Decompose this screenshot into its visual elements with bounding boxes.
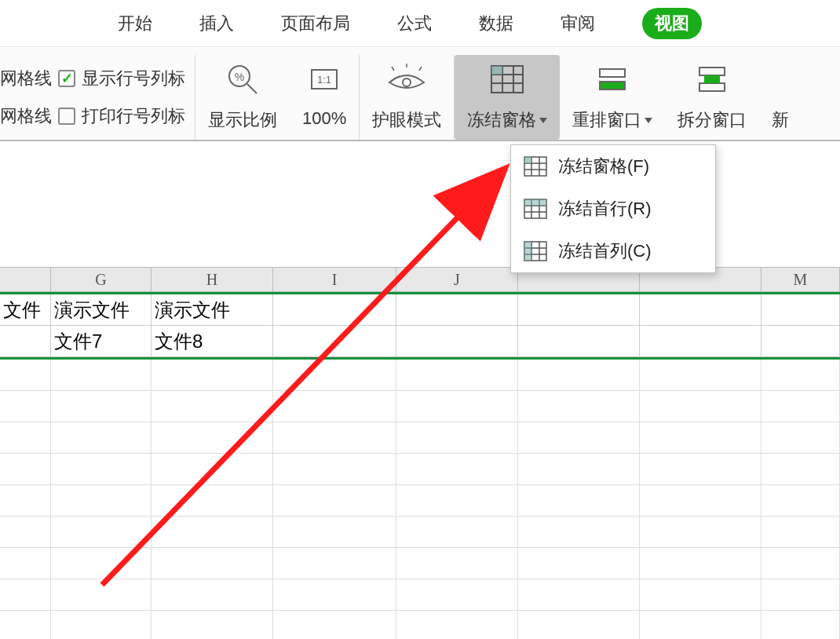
cell[interactable] xyxy=(640,579,761,611)
cell[interactable] xyxy=(152,548,273,579)
cell[interactable] xyxy=(640,454,761,485)
split-window-button[interactable]: 拆分窗口 xyxy=(665,55,759,140)
tab-view[interactable]: 视图 xyxy=(642,8,702,39)
cell[interactable]: 文件8 xyxy=(152,326,273,357)
cell[interactable] xyxy=(761,611,840,639)
cell[interactable] xyxy=(761,422,840,454)
cell[interactable] xyxy=(51,548,152,579)
tab-layout[interactable]: 页面布局 xyxy=(281,12,350,35)
cell[interactable] xyxy=(761,548,840,579)
tab-data[interactable]: 数据 xyxy=(479,12,513,35)
cell[interactable] xyxy=(518,422,640,454)
freeze-panes-button[interactable]: 冻结窗格 xyxy=(455,55,560,140)
cell[interactable] xyxy=(0,454,51,485)
cell[interactable] xyxy=(518,360,640,391)
arrange-windows-button[interactable]: 重排窗口 xyxy=(560,55,665,140)
freeze-panes-item[interactable]: 冻结窗格(F) xyxy=(511,145,715,188)
cell[interactable] xyxy=(518,294,640,326)
cell[interactable] xyxy=(0,422,51,454)
cell[interactable] xyxy=(152,579,273,611)
cell[interactable] xyxy=(518,517,640,548)
cell[interactable] xyxy=(51,517,152,548)
cell[interactable] xyxy=(640,422,761,454)
cell[interactable] xyxy=(396,548,518,579)
cell[interactable] xyxy=(51,360,152,391)
col-header-J[interactable]: J xyxy=(396,268,518,291)
cell[interactable] xyxy=(396,517,518,548)
cell[interactable] xyxy=(51,579,152,611)
cell[interactable] xyxy=(518,579,640,611)
checkbox-print-headers[interactable]: 网格线 打印行号列标 xyxy=(0,104,185,128)
cell[interactable] xyxy=(273,517,396,548)
cell[interactable] xyxy=(518,454,640,485)
cell[interactable] xyxy=(761,485,840,517)
cell[interactable] xyxy=(396,611,518,639)
cell[interactable] xyxy=(761,454,840,485)
cell[interactable] xyxy=(0,517,51,548)
cell[interactable] xyxy=(273,391,396,422)
cell[interactable] xyxy=(761,360,840,391)
cell[interactable] xyxy=(152,454,273,485)
col-header-G[interactable]: G xyxy=(51,268,152,291)
cell[interactable] xyxy=(396,422,518,454)
cell[interactable] xyxy=(0,579,51,611)
cell[interactable] xyxy=(0,326,51,357)
cell[interactable] xyxy=(761,294,840,326)
tab-start[interactable]: 开始 xyxy=(118,12,152,35)
cell[interactable] xyxy=(640,326,761,357)
cell[interactable] xyxy=(152,485,273,517)
cell[interactable] xyxy=(152,422,273,454)
cell[interactable] xyxy=(0,391,51,422)
spreadsheet-grid[interactable]: // will be filled by JS below for brevit… xyxy=(0,360,840,639)
checkbox-icon[interactable] xyxy=(58,108,75,125)
cell[interactable] xyxy=(640,391,761,422)
cell[interactable] xyxy=(640,611,761,639)
cell[interactable] xyxy=(0,611,51,639)
cell[interactable]: 演示文件 xyxy=(51,294,152,326)
tab-formula[interactable]: 公式 xyxy=(397,12,432,35)
cell[interactable]: 演示文件 xyxy=(152,294,273,326)
cell[interactable] xyxy=(51,454,152,485)
cell[interactable] xyxy=(273,548,396,579)
freeze-first-col-item[interactable]: 冻结首列(C) xyxy=(511,230,715,272)
cell[interactable] xyxy=(51,485,152,517)
cell[interactable] xyxy=(396,579,518,611)
cell[interactable] xyxy=(640,360,761,391)
cell[interactable]: 文件 xyxy=(0,294,51,326)
tab-insert[interactable]: 插入 xyxy=(199,12,234,35)
cell[interactable] xyxy=(396,294,518,326)
cell[interactable] xyxy=(518,326,640,357)
cell[interactable] xyxy=(152,391,273,422)
cell[interactable] xyxy=(761,579,840,611)
new-window-button[interactable]: 新 xyxy=(759,55,802,140)
checkbox-icon[interactable] xyxy=(58,70,75,87)
cell[interactable] xyxy=(396,391,518,422)
cell[interactable] xyxy=(51,422,152,454)
cell[interactable] xyxy=(51,611,152,639)
cell[interactable] xyxy=(396,485,518,517)
cell[interactable] xyxy=(761,391,840,422)
cell[interactable] xyxy=(273,360,396,391)
eye-protection-button[interactable]: 护眼模式 xyxy=(360,55,455,140)
zoom-button[interactable]: % 显示比例 xyxy=(195,55,290,140)
freeze-top-row-item[interactable]: 冻结首行(R) xyxy=(511,188,715,230)
cell[interactable] xyxy=(761,326,840,357)
cell[interactable] xyxy=(273,611,396,639)
cell[interactable] xyxy=(396,454,518,485)
cell[interactable] xyxy=(518,391,640,422)
cell[interactable] xyxy=(0,548,51,579)
col-header[interactable] xyxy=(0,268,51,291)
cell[interactable] xyxy=(273,326,396,357)
cell[interactable] xyxy=(273,294,396,326)
cell[interactable] xyxy=(152,360,273,391)
cell[interactable] xyxy=(152,611,273,639)
cell[interactable]: 文件7 xyxy=(51,326,152,357)
cell[interactable] xyxy=(761,517,840,548)
cell[interactable] xyxy=(640,294,761,326)
checkbox-show-headers[interactable]: 网格线 显示行号列标 xyxy=(0,67,185,90)
col-header-M[interactable]: M xyxy=(761,268,840,291)
cell[interactable] xyxy=(0,360,51,391)
cell[interactable] xyxy=(273,579,396,611)
cell[interactable] xyxy=(518,485,640,517)
cell[interactable] xyxy=(518,548,640,579)
